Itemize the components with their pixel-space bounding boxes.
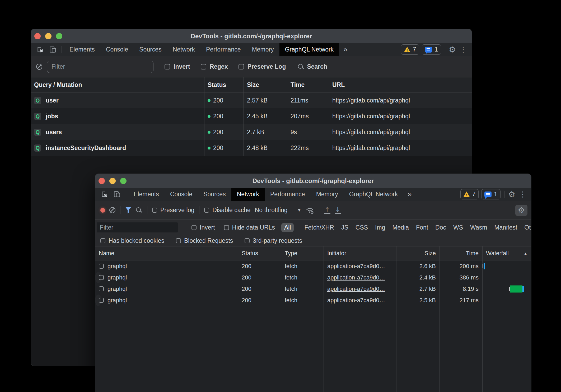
tab-performance[interactable]: Performance (265, 188, 311, 201)
initiator-link[interactable]: application-a7ca9d0… (327, 263, 385, 270)
tab-memory[interactable]: Memory (311, 188, 344, 201)
minimize-button[interactable] (45, 33, 52, 39)
tab-graphql-network[interactable]: GraphQL Network (279, 43, 339, 56)
device-toolbar-icon[interactable] (111, 188, 124, 201)
titlebar[interactable]: DevTools - gitlab.com/-/graphql-explorer (95, 174, 531, 188)
column-header-size[interactable]: Size (244, 77, 287, 92)
more-tabs-chevron[interactable]: » (339, 43, 352, 56)
checkbox-icon[interactable] (191, 225, 197, 230)
checkbox-icon[interactable] (204, 208, 209, 213)
column-header-query-mutation[interactable]: Query / Mutation (31, 77, 204, 92)
network-filter-input[interactable] (97, 222, 178, 232)
more-options-icon[interactable]: ⋮ (518, 191, 527, 198)
disable-cache-checkbox[interactable]: Disable cache (204, 207, 250, 214)
filter-type-all[interactable]: All (281, 223, 294, 232)
export-har-icon[interactable]: ↓ (335, 207, 341, 214)
row-checkbox[interactable] (99, 298, 104, 303)
column-header-waterfall[interactable]: Waterfall ▲ (482, 246, 531, 260)
initiator-link[interactable]: application-a7ca9d0… (327, 274, 385, 281)
checkbox-icon[interactable] (176, 238, 181, 243)
tab-sources[interactable]: Sources (198, 188, 231, 201)
has-blocked-cookies-checkbox[interactable]: Has blocked cookies (100, 237, 164, 244)
record-button[interactable] (100, 208, 105, 213)
clear-icon[interactable] (109, 207, 115, 213)
filter-input[interactable] (47, 61, 153, 73)
invert-checkbox[interactable]: Invert (165, 63, 190, 70)
import-har-icon[interactable]: ↑ (324, 207, 330, 214)
clear-icon[interactable] (36, 64, 42, 70)
issues-badge[interactable]: 1 (481, 189, 501, 199)
more-tabs-chevron[interactable]: » (403, 188, 416, 201)
request-row[interactable]: graphql 200 fetch application-a7ca9d0… 2… (95, 283, 531, 295)
warnings-badge[interactable]: 7 (401, 44, 419, 55)
row-checkbox[interactable] (99, 286, 104, 291)
zoom-button[interactable] (120, 178, 127, 184)
tab-elements[interactable]: Elements (64, 43, 100, 56)
column-header-initiator[interactable]: Initiator (324, 246, 396, 260)
request-row[interactable]: graphql 200 fetch application-a7ca9d0… 2… (95, 260, 531, 272)
filter-type-media[interactable]: Media (392, 224, 409, 231)
tab-console[interactable]: Console (165, 188, 198, 201)
throttling-dropdown[interactable]: No throttling ▼ (255, 207, 302, 214)
checkbox-icon[interactable] (201, 64, 206, 69)
row-checkbox[interactable] (99, 264, 104, 269)
tab-memory[interactable]: Memory (246, 43, 279, 56)
table-row[interactable]: Q users 200 2.7 kB 9s https://gitlab.com… (31, 124, 472, 140)
regex-checkbox[interactable]: Regex (201, 63, 228, 70)
checkbox-icon[interactable] (245, 238, 250, 243)
column-header-name[interactable]: Name (95, 246, 238, 260)
filter-funnel-icon[interactable] (125, 207, 131, 213)
table-row[interactable]: Q instanceSecurityDashboard 200 2.48 kB … (31, 140, 472, 156)
issues-badge[interactable]: 1 (422, 44, 441, 55)
table-row[interactable]: Q user 200 2.57 kB 211ms https://gitlab.… (31, 92, 472, 108)
more-options-icon[interactable]: ⋮ (459, 46, 468, 53)
checkbox-icon[interactable] (224, 225, 229, 230)
network-conditions-icon[interactable] (306, 207, 314, 214)
third-party-requests-checkbox[interactable]: 3rd-party requests (245, 237, 302, 244)
checkbox-icon[interactable] (100, 238, 105, 243)
blocked-requests-checkbox[interactable]: Blocked Requests (176, 237, 233, 244)
search-icon[interactable] (135, 207, 142, 214)
request-row[interactable]: graphql 200 fetch application-a7ca9d0… 2… (95, 295, 101, 306)
warnings-badge[interactable]: 7 (460, 189, 479, 199)
request-row[interactable]: graphql 200 fetch application-a7ca9d0… 2… (95, 272, 101, 283)
filter-type-wasm[interactable]: Wasm (470, 224, 487, 231)
hide-data-urls-checkbox[interactable]: Hide data URLs (224, 224, 275, 231)
invert-checkbox[interactable]: Invert (191, 224, 215, 231)
tab-console[interactable]: Console (100, 43, 134, 56)
preserve-log-checkbox[interactable]: Preserve Log (239, 63, 286, 70)
initiator-link[interactable]: application-a7ca9d0… (327, 286, 385, 292)
minimize-button[interactable] (109, 178, 116, 184)
preserve-log-checkbox[interactable]: Preserve log (152, 207, 194, 214)
column-header-url[interactable]: URL (329, 77, 472, 92)
settings-gear-icon[interactable]: ⚙ (508, 190, 515, 198)
checkbox-icon[interactable] (239, 64, 244, 69)
filter-type-css[interactable]: CSS (356, 224, 368, 231)
filter-type-js[interactable]: JS (341, 224, 348, 231)
device-toolbar-icon[interactable] (46, 43, 59, 56)
filter-type-img[interactable]: Img (375, 224, 385, 231)
titlebar[interactable]: DevTools - gitlab.com/-/graphql-explorer (31, 29, 472, 43)
column-header-type[interactable]: Type (281, 246, 324, 260)
filter-type-manifest[interactable]: Manifest (494, 224, 517, 231)
tab-elements[interactable]: Elements (128, 188, 165, 201)
inspect-element-icon[interactable] (98, 188, 111, 201)
column-header-time[interactable]: Time (440, 246, 482, 260)
filter-type-fetch-xhr[interactable]: Fetch/XHR (304, 224, 334, 231)
row-checkbox[interactable] (99, 275, 104, 280)
search-button[interactable]: Search (297, 63, 327, 70)
tab-performance[interactable]: Performance (200, 43, 246, 56)
checkbox-icon[interactable] (165, 64, 170, 69)
settings-gear-icon[interactable]: ⚙ (449, 46, 456, 54)
column-header-status[interactable]: Status (204, 77, 244, 92)
tab-network[interactable]: Network (167, 43, 200, 56)
tab-network[interactable]: Network (231, 188, 265, 201)
initiator-link[interactable]: application-a7ca9d0… (327, 297, 385, 304)
filter-type-ws[interactable]: WS (453, 224, 463, 231)
network-settings-button[interactable]: ⚙ (515, 205, 527, 216)
table-row[interactable]: Q jobs 200 2.45 kB 207ms https://gitlab.… (31, 108, 472, 124)
column-header-size[interactable]: Size (396, 246, 440, 260)
column-header-status[interactable]: Status (238, 246, 281, 260)
zoom-button[interactable] (56, 33, 62, 39)
filter-type-font[interactable]: Font (416, 224, 428, 231)
